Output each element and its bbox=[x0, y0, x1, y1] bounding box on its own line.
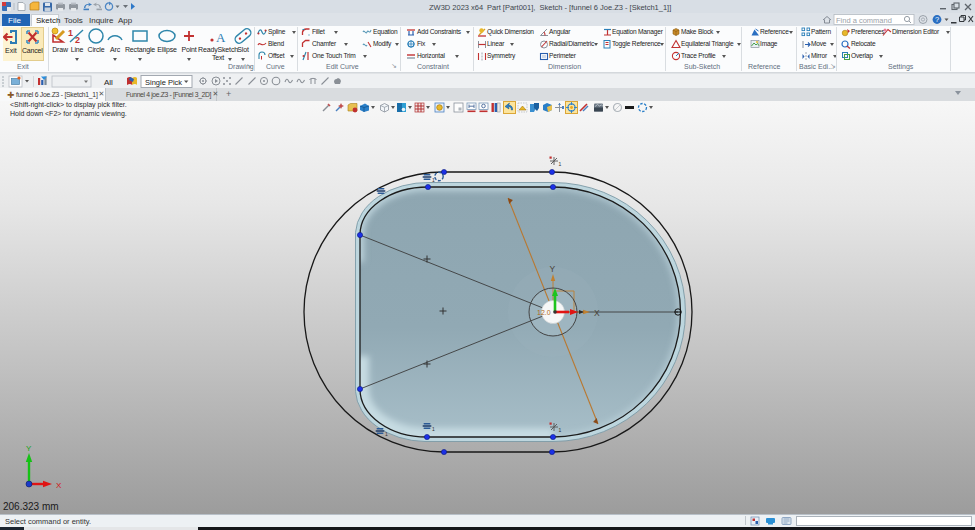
svg-text:1: 1 bbox=[385, 431, 388, 437]
svg-text:1: 1 bbox=[559, 427, 562, 433]
svg-text:X: X bbox=[56, 481, 62, 490]
svg-text:12.0: 12.0 bbox=[537, 309, 551, 316]
svg-text:All: All bbox=[104, 78, 113, 87]
svg-text:Y: Y bbox=[550, 264, 556, 274]
svg-text:?: ? bbox=[935, 15, 939, 24]
svg-text:Y: Y bbox=[26, 444, 32, 453]
svg-text:1: 1 bbox=[432, 426, 435, 432]
svg-text:A: A bbox=[216, 30, 226, 45]
svg-text:X: X bbox=[594, 308, 600, 318]
svg-text:1: 1 bbox=[559, 161, 562, 167]
svg-text:<Shift-right-click> to display: <Shift-right-click> to display pick filt… bbox=[10, 101, 127, 109]
svg-text:Hold down <F2> for dynamic vie: Hold down <F2> for dynamic viewing. bbox=[10, 110, 127, 118]
svg-text:Single Pick: Single Pick bbox=[145, 78, 182, 87]
svg-text:1: 1 bbox=[68, 28, 73, 38]
svg-text:206.323 mm: 206.323 mm bbox=[3, 501, 59, 512]
